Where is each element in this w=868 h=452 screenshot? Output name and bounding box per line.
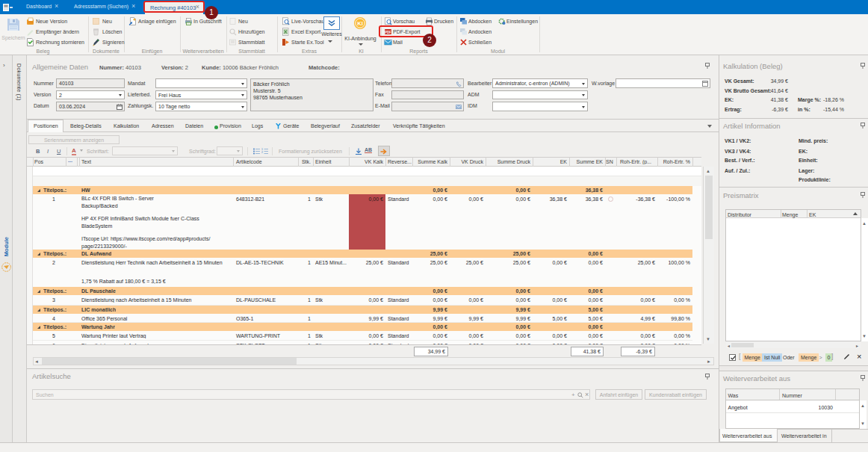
svg-text:2: 2 (261, 151, 263, 154)
svg-text:KI: KI (357, 20, 363, 27)
